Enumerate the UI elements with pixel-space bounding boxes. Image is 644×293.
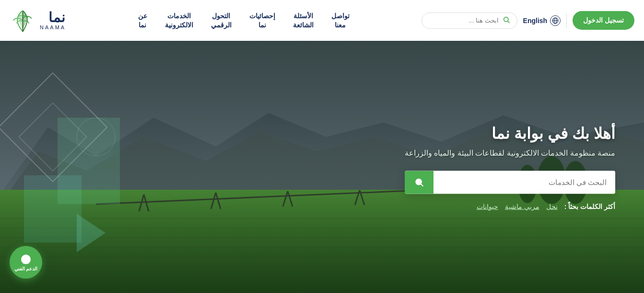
hero-title: أهلا بك في بوابة نما xyxy=(405,124,615,142)
nav-item-eservices[interactable]: الخدمات الالكترونية xyxy=(156,12,202,29)
hero-tags-label: أكثر الكلمات بحثاً : xyxy=(564,202,615,210)
nav-item-contact[interactable]: تواصل معنا xyxy=(322,12,358,29)
hero-tag-livestock[interactable]: مربي ماشية xyxy=(505,202,539,210)
hero-search-bar[interactable] xyxy=(405,171,615,194)
logo-icon xyxy=(10,7,36,34)
header-left: تسجيل الدخول English xyxy=(422,11,634,29)
logo[interactable]: نما NAAMA xyxy=(10,7,66,34)
header-search-bar[interactable] xyxy=(422,12,517,29)
hero-search-input[interactable] xyxy=(433,171,615,193)
login-button[interactable]: تسجيل الدخول xyxy=(573,11,634,29)
hero-search-button[interactable] xyxy=(405,171,433,194)
main-nav: تواصل معنا الأسئلة الشائعة إحصائيات نما … xyxy=(129,12,358,29)
svg-point-3 xyxy=(503,17,508,21)
search-icon xyxy=(503,16,510,25)
language-switcher[interactable]: English xyxy=(523,15,561,26)
nav-item-faq[interactable]: الأسئلة الشائعة xyxy=(284,12,322,29)
svg-rect-40 xyxy=(22,259,23,262)
hero-section: أهلا بك في بوابة نما منصة منظومة الخدمات… xyxy=(0,41,644,293)
divider xyxy=(566,13,567,28)
globe-icon xyxy=(550,15,561,26)
language-label: English xyxy=(523,17,548,24)
support-label: الدعم الفني xyxy=(14,266,38,271)
support-button[interactable]: الدعم الفني xyxy=(10,246,42,279)
header-search-input[interactable] xyxy=(432,17,499,24)
hero-tags: حيوانات مربي ماشية نحل أكثر الكلمات بحثا… xyxy=(405,202,615,210)
logo-name-en: NAAMA xyxy=(40,24,66,30)
nav-item-statistics[interactable]: إحصائيات نما xyxy=(240,12,284,29)
svg-line-37 xyxy=(421,184,423,186)
hero-content: أهلا بك في بوابة نما منصة منظومة الخدمات… xyxy=(405,124,615,210)
svg-rect-41 xyxy=(29,259,30,262)
svg-point-36 xyxy=(416,179,422,184)
svg-line-4 xyxy=(508,21,510,23)
hero-tag-bees[interactable]: نحل xyxy=(546,202,558,210)
hero-subtitle: منصة منظومة الخدمات الالكترونية لقطاعات … xyxy=(405,148,615,157)
hero-tag-animals[interactable]: حيوانات xyxy=(477,202,498,210)
nav-item-digital[interactable]: التحول الرقمي xyxy=(202,12,240,29)
nav-item-about[interactable]: عن نما xyxy=(129,12,156,29)
logo-name-ar: نما xyxy=(40,11,66,24)
header: تسجيل الدخول English ت xyxy=(0,0,644,41)
